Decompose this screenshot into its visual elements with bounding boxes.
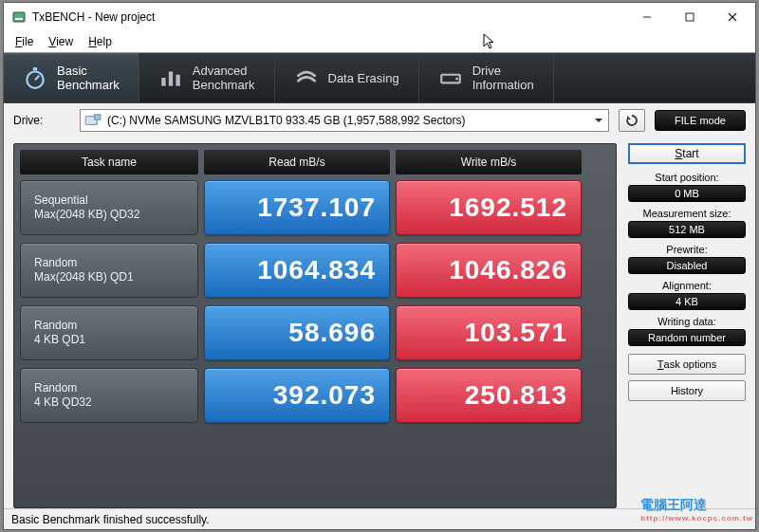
write-value: 1692.512 (396, 180, 582, 235)
tab-drive-information[interactable]: DriveInformation (419, 53, 554, 102)
benchmark-panel: Task name Read mB/s Write mB/s Sequentia… (13, 143, 617, 508)
file-mode-button[interactable]: FILE mode (655, 110, 746, 131)
measurement-size-value[interactable]: 512 MB (628, 221, 746, 238)
table-header: Task name Read mB/s Write mB/s (20, 150, 610, 174)
drive-select[interactable]: (C:) NVMe SAMSUNG MZVLB1T0 933.45 GB (1,… (80, 109, 609, 132)
write-value: 1046.826 (396, 243, 582, 298)
content-area: Task name Read mB/s Write mB/s Sequentia… (4, 138, 755, 508)
menu-file[interactable]: File (9, 33, 39, 50)
svg-rect-8 (33, 67, 37, 70)
tab-label: DriveInformation (472, 64, 534, 92)
read-value: 1064.834 (204, 243, 390, 298)
svg-line-7 (35, 76, 39, 80)
nav-tabs: BasicBenchmark AdvancedBenchmark Data Er… (4, 52, 755, 103)
erase-icon (294, 65, 319, 90)
refresh-icon (624, 113, 639, 128)
task-name-cell: Random4 KB QD32 (20, 368, 198, 423)
side-panel: Start Start position: 0 MB Measurement s… (628, 143, 746, 508)
window-controls (625, 4, 753, 30)
tab-label: Data Erasing (328, 71, 399, 85)
table-row: SequentialMax(2048 KB) QD321737.1071692.… (20, 180, 610, 235)
header-write: Write mB/s (396, 150, 582, 174)
svg-rect-10 (169, 72, 173, 86)
maximize-button[interactable] (668, 4, 711, 30)
write-value: 250.813 (396, 368, 582, 423)
svg-point-15 (96, 123, 98, 125)
start-button[interactable]: Start (628, 143, 746, 164)
drive-row: Drive: (C:) NVMe SAMSUNG MZVLB1T0 933.45… (4, 103, 755, 138)
task-options-button[interactable]: Task options (628, 354, 746, 375)
drive-selected-text: (C:) NVMe SAMSUNG MZVLB1T0 933.45 GB (1,… (107, 114, 465, 127)
read-value: 58.696 (204, 305, 390, 360)
alignment-label: Alignment: (628, 280, 746, 291)
task-name-cell: SequentialMax(2048 KB) QD32 (20, 180, 198, 235)
task-name-cell: RandomMax(2048 KB) QD1 (20, 243, 198, 298)
writing-data-value[interactable]: Random number (628, 329, 746, 346)
table-row: RandomMax(2048 KB) QD11064.8341046.826 (20, 243, 610, 298)
alignment-value[interactable]: 4 KB (628, 293, 746, 310)
measurement-size-label: Measurement size: (628, 208, 746, 219)
minimize-button[interactable] (625, 4, 668, 30)
start-position-label: Start position: (628, 172, 746, 183)
prewrite-label: Prewrite: (628, 244, 746, 255)
svg-point-6 (27, 72, 43, 88)
app-window: TxBENCH - New project File View Help Bas… (3, 2, 756, 530)
tab-advanced-benchmark[interactable]: AdvancedBenchmark (139, 53, 275, 102)
svg-rect-1 (15, 18, 23, 20)
menu-view[interactable]: View (43, 33, 79, 50)
read-value: 1737.107 (204, 180, 390, 235)
svg-rect-3 (686, 13, 694, 21)
svg-rect-16 (95, 115, 101, 119)
app-icon (11, 9, 27, 25)
svg-rect-11 (176, 75, 179, 86)
bar-chart-icon (158, 65, 183, 90)
svg-rect-0 (13, 12, 25, 22)
tab-basic-benchmark[interactable]: BasicBenchmark (4, 53, 139, 102)
refresh-button[interactable] (619, 109, 645, 132)
svg-point-13 (455, 78, 458, 81)
start-position-value[interactable]: 0 MB (628, 185, 746, 202)
table-row: Random4 KB QD32392.073250.813 (20, 368, 610, 423)
tab-label: AdvancedBenchmark (193, 64, 255, 92)
stopwatch-icon (23, 65, 47, 90)
statusbar: Basic Benchmark finished successfully. (4, 508, 755, 529)
menubar: File View Help (4, 31, 755, 52)
titlebar: TxBENCH - New project (4, 3, 755, 31)
task-name-cell: Random4 KB QD1 (20, 305, 198, 360)
writing-data-label: Writing data: (628, 316, 746, 327)
drive-icon (438, 65, 463, 90)
close-button[interactable] (711, 4, 753, 30)
history-button[interactable]: History (628, 380, 746, 401)
hdd-icon (84, 114, 102, 127)
window-title: TxBENCH - New project (32, 10, 625, 24)
prewrite-value[interactable]: Disabled (628, 257, 746, 274)
read-value: 392.073 (204, 368, 390, 423)
header-task: Task name (20, 150, 198, 174)
header-read: Read mB/s (204, 150, 390, 174)
write-value: 103.571 (396, 305, 582, 360)
menu-help[interactable]: Help (83, 33, 118, 50)
tab-label: BasicBenchmark (57, 64, 120, 92)
svg-rect-9 (161, 78, 165, 86)
table-row: Random4 KB QD158.696103.571 (20, 305, 610, 360)
tab-data-erasing[interactable]: Data Erasing (275, 53, 419, 102)
drive-label: Drive: (13, 114, 70, 127)
